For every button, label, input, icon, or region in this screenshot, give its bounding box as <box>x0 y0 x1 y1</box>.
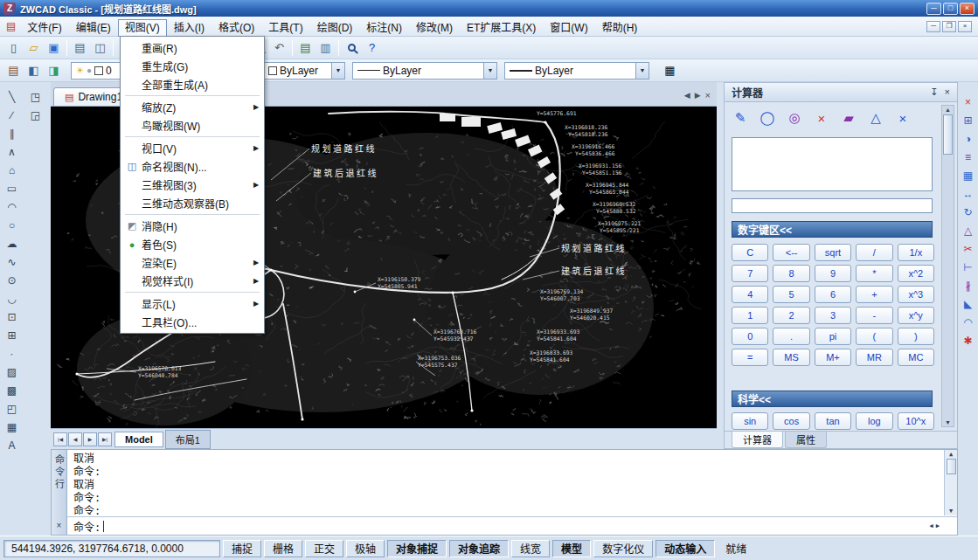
point-icon[interactable]: ∙ <box>2 344 22 363</box>
array-icon[interactable]: ▦ <box>958 166 978 184</box>
move-icon[interactable]: ↔ <box>958 184 978 203</box>
calc-key-10^x[interactable]: 10^x <box>898 412 934 430</box>
insert-block-icon[interactable]: ⊡ <box>2 308 22 326</box>
calc-key-)[interactable]: ) <box>898 328 934 345</box>
view-menu-item-redraw[interactable]: 重画(R) <box>122 38 262 57</box>
palette-close-icon[interactable]: × <box>945 86 950 98</box>
offset-icon[interactable]: ≡ <box>958 148 978 166</box>
scrollbar-thumb[interactable] <box>943 114 953 155</box>
last-layout-button[interactable]: ▶| <box>98 432 112 446</box>
view-menu-item-shade[interactable]: ●着色(S) <box>122 235 262 253</box>
new-icon[interactable]: ▯ <box>3 38 24 58</box>
rotate-icon[interactable]: ↻ <box>958 203 978 221</box>
calc-key-pi[interactable]: pi <box>815 328 851 345</box>
calc-key-x^y[interactable]: x^y <box>898 307 934 324</box>
polygon-icon[interactable]: ⌂ <box>2 161 22 179</box>
panel-splitter[interactable] <box>717 82 724 449</box>
menubar-item-express[interactable]: ET扩展工具(X) <box>460 19 543 37</box>
table-icon[interactable]: ▦ <box>2 418 22 436</box>
status-toggle-dyn[interactable]: 动态输入 <box>655 540 715 557</box>
trim-icon[interactable]: ✂ <box>958 239 978 258</box>
menubar-item-window[interactable]: 窗口(W) <box>543 19 594 37</box>
status-toggle-osnap[interactable]: 对象捕捉 <box>387 540 447 557</box>
chamfer-icon[interactable]: ◣ <box>958 294 978 313</box>
menubar-item-view[interactable]: 视图(V) <box>118 19 167 37</box>
print-preview-icon[interactable]: ◫ <box>90 38 110 58</box>
ruler-icon[interactable]: ▰ <box>840 108 857 128</box>
chevron-down-icon[interactable]: ▼ <box>331 63 344 79</box>
tab-model[interactable]: Model <box>114 432 163 447</box>
calc-key-9[interactable]: 9 <box>815 265 851 282</box>
command-scrollbar[interactable]: ▲ ▼ <box>944 450 957 515</box>
layer-states-icon[interactable]: ▥ <box>316 38 336 58</box>
extend-icon[interactable]: ⊢ <box>958 258 978 276</box>
status-toggle-grid[interactable]: 栅格 <box>264 540 302 557</box>
calc-key-MS[interactable]: MS <box>773 349 809 366</box>
triangle-icon[interactable]: △ <box>867 108 884 128</box>
revcloud-icon[interactable]: ☁ <box>2 234 22 252</box>
view-menu-item-hide[interactable]: ◩消隐(H) <box>122 217 262 235</box>
calc-key-log[interactable]: log <box>856 412 892 430</box>
menubar-item-tools[interactable]: 工具(T) <box>261 19 309 37</box>
calc-key-sin[interactable]: sin <box>732 412 768 430</box>
calc-key-/[interactable]: / <box>856 244 892 261</box>
copy-icon[interactable]: ⊞ <box>958 111 978 129</box>
view-menu-item-viewports[interactable]: 视口(V)▶ <box>122 139 262 157</box>
layer-previous-icon[interactable]: ◧ <box>24 61 44 80</box>
view-menu-item-display[interactable]: 显示(L)▶ <box>122 294 262 313</box>
command-input-row[interactable]: 命令: ◀ ▶ <box>67 516 957 535</box>
calc-key-sqrt[interactable]: sqrt <box>815 244 851 261</box>
status-toggle-model[interactable]: 模型 <box>552 540 591 557</box>
ellipse-arc-icon[interactable]: ◡ <box>2 289 22 308</box>
compass-icon[interactable]: ◯ <box>759 108 776 128</box>
calc-key-6[interactable]: 6 <box>815 286 851 303</box>
view-menu-item-3d-views[interactable]: 三维视图(3)▶ <box>122 176 262 194</box>
scale-icon[interactable]: △ <box>958 221 978 239</box>
close-button[interactable]: × <box>960 3 975 15</box>
scrollbar-thumb[interactable] <box>947 459 956 474</box>
tab-layout1[interactable]: 布局1 <box>165 430 211 449</box>
child-close-button[interactable]: × <box>958 21 972 32</box>
rectangle-icon[interactable]: ▭ <box>2 179 22 197</box>
status-toggle-polar[interactable]: 极轴 <box>346 540 385 557</box>
status-toggle-tablet[interactable]: 数字化仪 <box>593 540 653 557</box>
tab-calculator[interactable]: 计算器 <box>732 432 783 448</box>
erase-icon[interactable]: × <box>813 108 830 128</box>
mline-icon[interactable]: ∥ <box>2 124 22 142</box>
layer-walk-icon[interactable]: ◨ <box>44 61 64 80</box>
mtext-icon[interactable]: A <box>2 436 22 454</box>
plot-icon[interactable]: ▤ <box>70 38 90 58</box>
calc-key-3[interactable]: 3 <box>815 307 851 324</box>
scroll-down-icon[interactable]: ▼ <box>949 508 953 515</box>
calc-key-<--[interactable]: <-- <box>773 244 809 261</box>
child-minimize-button[interactable]: ─ <box>926 21 940 32</box>
scroll-up-icon[interactable]: ▲ <box>945 107 951 113</box>
calc-key-cos[interactable]: cos <box>773 412 809 430</box>
spline-icon[interactable]: ∿ <box>2 252 22 271</box>
scroll-up-icon[interactable]: ▲ <box>949 451 953 458</box>
tab-scroll-left-icon[interactable]: ◀ <box>684 91 690 100</box>
calc-key-x^3[interactable]: x^3 <box>898 286 934 303</box>
view-menu-item-regen[interactable]: 重生成(G) <box>122 57 262 75</box>
calculator-input[interactable] <box>732 198 933 213</box>
polyline-icon[interactable]: ∧ <box>2 142 22 161</box>
menubar-item-dimension[interactable]: 标注(N) <box>359 19 409 37</box>
chevron-down-icon[interactable]: ▼ <box>635 63 649 79</box>
menubar-item-help[interactable]: 帮助(H) <box>595 19 645 37</box>
child-restore-button[interactable]: ❐ <box>942 21 956 32</box>
save-icon[interactable]: ▣ <box>44 38 64 58</box>
view-menu-item-aerial-view[interactable]: 鸟瞰视图(W) <box>122 116 262 135</box>
fillet-icon[interactable]: ◠ <box>958 313 978 331</box>
erase-icon[interactable]: × <box>958 93 978 111</box>
calc-key-C[interactable]: C <box>732 244 768 261</box>
scroll-down-icon[interactable]: ▼ <box>945 419 951 425</box>
calc-key-2[interactable]: 2 <box>773 307 809 324</box>
view-menu-item-named-views[interactable]: ◫命名视图(N)... <box>122 157 262 176</box>
menubar-item-format[interactable]: 格式(O) <box>212 19 261 37</box>
menubar-item-draw[interactable]: 绘图(D) <box>310 19 360 37</box>
calc-key-.[interactable]: . <box>773 328 809 345</box>
view-menu-item-visual-styles[interactable]: 视觉样式(I)▶ <box>122 272 262 290</box>
palette-scrollbar[interactable]: ▲ ▼ <box>941 105 954 427</box>
calc-key-1[interactable]: 1 <box>732 307 768 324</box>
calc-key-5[interactable]: 5 <box>773 286 809 303</box>
